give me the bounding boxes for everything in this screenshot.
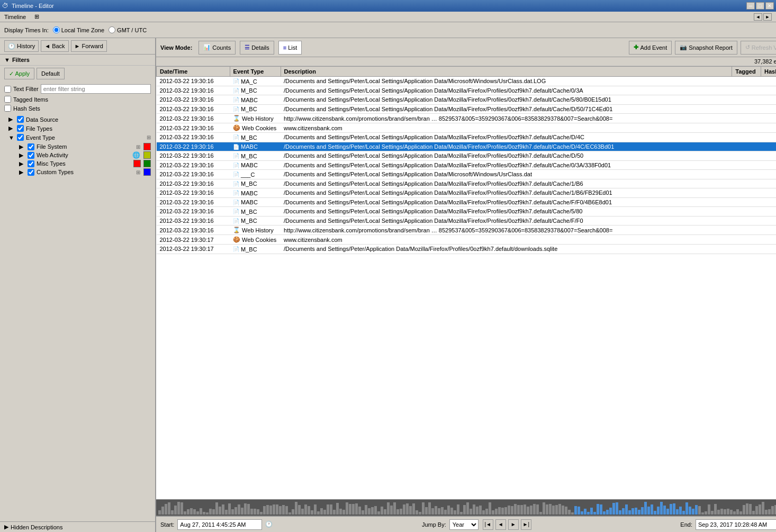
minimap-bar bbox=[724, 509, 726, 515]
minimap-bar bbox=[269, 506, 272, 515]
col-tagged[interactable]: Tagged bbox=[732, 67, 761, 77]
table-row[interactable]: 2012-03-22 19:30:16 ⌛ Web History http:/… bbox=[157, 226, 777, 235]
minimap-bar bbox=[641, 507, 644, 515]
table-row[interactable]: 2012-03-22 19:30:16 📄 M_BC /Documents an… bbox=[157, 207, 777, 217]
table-scroll[interactable]: Date/Time Event Type Description Tagged … bbox=[156, 66, 776, 499]
table-row[interactable]: 2012-03-22 19:30:17 📄 M_BC /Documents an… bbox=[157, 245, 777, 254]
details-icon: ☰ bbox=[245, 44, 250, 51]
apply-button[interactable]: ✓ Apply bbox=[4, 68, 34, 79]
table-row[interactable]: 2012-03-22 19:30:16 📄 MA_C /Documents an… bbox=[157, 77, 777, 86]
table-row[interactable]: 2012-03-22 19:30:16 📄 MABC /Documents an… bbox=[157, 160, 777, 170]
data-source-checkbox[interactable] bbox=[17, 116, 24, 123]
table-row[interactable]: 2012-03-22 19:30:16 📄 M_BC /Documents an… bbox=[157, 86, 777, 95]
minimap-bar bbox=[597, 504, 599, 515]
custom-types-expand[interactable]: ▶ bbox=[19, 169, 25, 176]
nav-first-btn[interactable]: |◄ bbox=[483, 519, 493, 530]
close-btn[interactable]: ✕ bbox=[765, 2, 774, 10]
list-button[interactable]: ≡ List bbox=[278, 41, 302, 55]
app-icon: ⏱ bbox=[2, 2, 8, 10]
table-row[interactable]: 2012-03-22 19:30:16 📄 M_BC /Documents an… bbox=[157, 179, 777, 188]
counts-button[interactable]: 📊 Counts bbox=[198, 41, 236, 55]
web-activity-checkbox[interactable] bbox=[28, 152, 34, 159]
refresh-view-button[interactable]: ↺ Refresh View bbox=[741, 41, 776, 55]
default-button[interactable]: Default bbox=[37, 68, 65, 79]
add-event-button[interactable]: ✚ Add Event bbox=[629, 41, 672, 55]
minimap-bar bbox=[203, 512, 205, 515]
minimap-bar bbox=[247, 504, 250, 515]
nav-left[interactable]: ◄ bbox=[754, 13, 762, 21]
table-row[interactable]: 2012-03-22 19:30:16 📄 M_BC /Documents an… bbox=[157, 104, 777, 114]
nav-next-btn[interactable]: ► bbox=[508, 519, 519, 530]
nav-last-btn[interactable]: ►| bbox=[521, 519, 531, 530]
event-type-expand[interactable]: ▼ bbox=[8, 134, 15, 141]
text-filter-checkbox[interactable] bbox=[4, 86, 11, 93]
hash-sets-checkbox[interactable] bbox=[4, 105, 11, 112]
back-button[interactable]: ◄ Back bbox=[41, 40, 68, 52]
table-row[interactable]: 2012-03-22 19:30:16 📄 M_BC /Documents an… bbox=[157, 216, 777, 226]
table-row[interactable]: 2012-03-22 19:30:16 📄 MABC /Documents an… bbox=[157, 188, 777, 198]
minimap-bar bbox=[743, 505, 745, 515]
file-system-checkbox[interactable] bbox=[28, 143, 34, 150]
misc-types-checkbox[interactable] bbox=[28, 160, 34, 167]
jump-by-dropdown[interactable]: Year Month Day Hour bbox=[449, 519, 479, 530]
table-row[interactable]: 2012-03-22 19:30:16 📄 M_BC /Documents an… bbox=[157, 133, 777, 142]
row-event-type: 📄 M_BC bbox=[230, 133, 281, 142]
text-filter-input[interactable] bbox=[41, 84, 151, 94]
text-filter-label: Text Filter bbox=[13, 86, 39, 92]
snapshot-report-button[interactable]: 📷 Snapshot Report bbox=[675, 41, 737, 55]
minimize-btn[interactable]: ─ bbox=[746, 2, 755, 10]
tagged-items-row: Tagged Items bbox=[4, 95, 151, 103]
row-description: /Documents and Settings/Peter/Local Sett… bbox=[281, 197, 732, 207]
col-hash-hit[interactable]: Hash Hit bbox=[761, 67, 777, 77]
minimap-bar bbox=[438, 508, 440, 515]
menu-timeline[interactable]: Timeline bbox=[2, 13, 28, 21]
misc-types-item: ▶ Misc Types bbox=[15, 159, 151, 168]
history-button[interactable]: 🕐 History bbox=[4, 40, 39, 52]
minimap-bar bbox=[705, 511, 707, 515]
nav-prev-btn[interactable]: ◄ bbox=[495, 519, 506, 530]
event-type-item: ▼ Event Type ⊞ bbox=[4, 133, 151, 141]
row-datetime: 2012-03-22 19:30:16 bbox=[157, 226, 230, 235]
event-type-checkbox[interactable] bbox=[17, 134, 24, 141]
col-event-type[interactable]: Event Type bbox=[230, 67, 281, 77]
custom-types-checkbox[interactable] bbox=[28, 169, 34, 176]
minimap-bar bbox=[762, 502, 764, 515]
table-row[interactable]: 2012-03-22 19:30:16 📄 MABC /Documents an… bbox=[157, 95, 777, 105]
timeline-scroll-area[interactable] bbox=[156, 499, 776, 516]
table-row[interactable]: 2012-03-22 19:30:16 ⌛ Web History http:/… bbox=[157, 114, 777, 123]
table-row[interactable]: 2012-03-22 19:30:16 📄 MABC /Documents an… bbox=[157, 142, 777, 151]
minimap-bar bbox=[425, 507, 428, 515]
table-row[interactable]: 2012-03-22 19:30:16 📄 ___C /Documents an… bbox=[157, 170, 777, 179]
col-datetime[interactable]: Date/Time bbox=[157, 67, 230, 77]
file-types-checkbox[interactable] bbox=[17, 125, 24, 132]
file-system-expand[interactable]: ▶ bbox=[19, 143, 25, 150]
tagged-items-checkbox[interactable] bbox=[4, 96, 11, 103]
local-time-option[interactable]: Local Time Zone bbox=[53, 26, 104, 33]
menu-pin[interactable]: ⊞ bbox=[32, 12, 41, 21]
forward-button[interactable]: ► Forward bbox=[71, 40, 107, 52]
details-button[interactable]: ☰ Details bbox=[240, 41, 274, 55]
gmt-option[interactable]: GMT / UTC bbox=[109, 26, 147, 33]
row-description: www.citizensbank.com bbox=[281, 235, 732, 245]
minimap-bar bbox=[234, 507, 237, 515]
web-activity-expand[interactable]: ▶ bbox=[19, 152, 25, 159]
col-description[interactable]: Description bbox=[281, 67, 732, 77]
end-input[interactable] bbox=[696, 519, 776, 530]
table-row[interactable]: 2012-03-22 19:30:16 📄 M_BC /Documents an… bbox=[157, 151, 777, 161]
misc-types-expand[interactable]: ▶ bbox=[19, 160, 25, 167]
table-row[interactable]: 2012-03-22 19:30:16 🍪 Web Cookies www.ci… bbox=[157, 123, 777, 133]
start-input[interactable] bbox=[177, 519, 262, 530]
row-description: /Documents and Settings/Peter/Local Sett… bbox=[281, 95, 732, 105]
data-source-expand[interactable]: ▶ bbox=[8, 116, 15, 123]
table-row[interactable]: 2012-03-22 19:30:16 📄 MABC /Documents an… bbox=[157, 197, 777, 207]
refresh-label: Refresh View bbox=[752, 44, 776, 51]
custom-types-color bbox=[143, 168, 151, 176]
row-datetime: 2012-03-22 19:30:16 bbox=[157, 86, 230, 95]
minimap-bar bbox=[730, 510, 733, 515]
maximize-btn[interactable]: □ bbox=[756, 2, 764, 10]
minimap-bar bbox=[273, 504, 275, 515]
row-tagged bbox=[732, 235, 761, 245]
table-row[interactable]: 2012-03-22 19:30:17 🍪 Web Cookies www.ci… bbox=[157, 235, 777, 245]
file-types-expand[interactable]: ▶ bbox=[8, 125, 15, 132]
nav-right[interactable]: ► bbox=[763, 13, 772, 21]
